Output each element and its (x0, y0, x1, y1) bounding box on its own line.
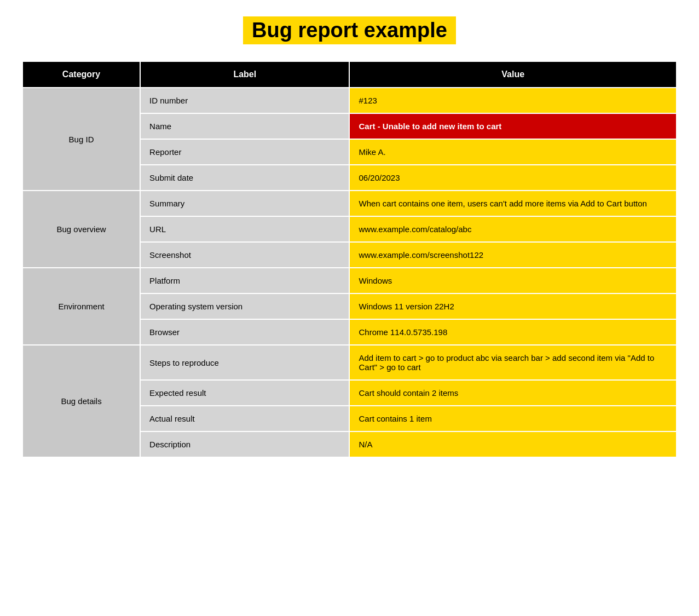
value-cell: 06/20/2023 (349, 165, 677, 191)
table-row: Bug overviewSummaryWhen cart contains on… (22, 191, 677, 216)
label-cell: Description (140, 431, 349, 457)
header-value: Value (349, 61, 677, 88)
label-cell: ID number (140, 88, 349, 113)
label-cell: Reporter (140, 139, 349, 165)
value-cell: Cart contains 1 item (349, 406, 677, 431)
value-cell: Add item to cart > go to product abc via… (349, 345, 677, 380)
category-cell: Bug details (22, 345, 140, 457)
category-cell: Environment (22, 268, 140, 345)
table-row: Bug detailsSteps to reproduceAdd item to… (22, 345, 677, 380)
label-cell: URL (140, 216, 349, 242)
value-cell: When cart contains one item, users can't… (349, 191, 677, 216)
label-cell: Steps to reproduce (140, 345, 349, 380)
label-cell: Platform (140, 268, 349, 293)
value-cell: Chrome 114.0.5735.198 (349, 319, 677, 345)
label-cell: Submit date (140, 165, 349, 191)
label-cell: Browser (140, 319, 349, 345)
table-row: EnvironmentPlatformWindows (22, 268, 677, 293)
label-cell: Actual result (140, 406, 349, 431)
value-cell: Mike A. (349, 139, 677, 165)
table-row: Bug IDID number#123 (22, 88, 677, 113)
label-cell: Expected result (140, 380, 349, 406)
value-cell: Cart - Unable to add new item to cart (349, 113, 677, 139)
value-cell: Windows (349, 268, 677, 293)
page-title: Bug report example (243, 16, 456, 44)
bug-report-table: Category Label Value Bug IDID number#123… (22, 61, 677, 458)
label-cell: Screenshot (140, 242, 349, 268)
label-cell: Name (140, 113, 349, 139)
value-cell: N/A (349, 431, 677, 457)
label-cell: Operating system version (140, 293, 349, 319)
value-cell: #123 (349, 88, 677, 113)
value-cell: Windows 11 version 22H2 (349, 293, 677, 319)
category-cell: Bug ID (22, 88, 140, 191)
value-cell: www.example.com/screenshot122 (349, 242, 677, 268)
page-title-wrapper: Bug report example (22, 16, 677, 44)
label-cell: Summary (140, 191, 349, 216)
header-category: Category (22, 61, 140, 88)
category-cell: Bug overview (22, 191, 140, 268)
header-label: Label (140, 61, 349, 88)
value-cell: www.example.com/catalog/abc (349, 216, 677, 242)
value-cell: Cart should contain 2 items (349, 380, 677, 406)
